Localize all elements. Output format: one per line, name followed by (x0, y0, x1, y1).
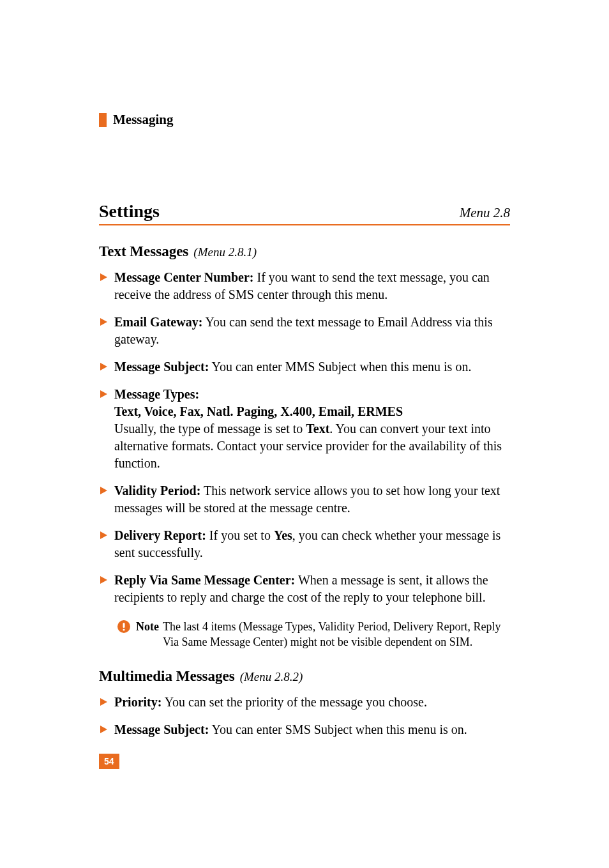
item-body: Priority: You can set the priority of th… (114, 694, 510, 711)
triangle-bullet-icon (100, 576, 108, 584)
list-item: Priority: You can set the priority of th… (100, 694, 510, 711)
chapter-title: Messaging (113, 112, 174, 128)
svg-marker-1 (100, 318, 107, 326)
item-text-pre: If you set to (206, 528, 274, 542)
list-item: Message Subject: You can enter MMS Subje… (100, 358, 510, 376)
triangle-bullet-icon (100, 390, 108, 398)
subsection-multimedia-messages: Multimedia Messages (Menu 2.8.2) Priorit… (99, 668, 510, 738)
bullet-list: Message Center Number: If you want to se… (100, 269, 510, 606)
triangle-bullet-icon (100, 363, 108, 370)
item-body: Message Center Number: If you want to se… (114, 269, 510, 303)
svg-marker-3 (100, 390, 107, 398)
bullet-list: Priority: You can set the priority of th… (100, 694, 510, 738)
item-label: Message Subject: (114, 722, 209, 736)
list-item: Message Types: Text, Voice, Fax, Natl. P… (100, 386, 510, 472)
list-item: Reply Via Same Message Center: When a me… (100, 572, 510, 606)
list-item: Validity Period: This network service al… (100, 482, 510, 517)
item-text: You can enter MMS Subject when this menu… (209, 360, 471, 374)
triangle-bullet-icon (100, 698, 108, 706)
note-box: Note The last 4 items (Message Types, Va… (117, 619, 510, 650)
item-label: Validity Period: (114, 483, 200, 498)
item-text-pre: Usually, the type of message is set to (114, 422, 306, 436)
list-item: Message Center Number: If you want to se… (100, 269, 510, 303)
triangle-bullet-icon (100, 726, 108, 733)
svg-marker-11 (100, 726, 107, 733)
item-body: Email Gateway: You can send the text mes… (114, 314, 510, 348)
item-body: Delivery Report: If you set to Yes, you … (114, 527, 510, 561)
subsection-header: Multimedia Messages (Menu 2.8.2) (99, 668, 510, 685)
svg-point-9 (123, 628, 124, 630)
list-item: Email Gateway: You can send the text mes… (100, 314, 510, 348)
section-header: Settings Menu 2.8 (99, 201, 510, 225)
chapter-header: Messaging (99, 112, 510, 128)
subsection-text-messages: Text Messages (Menu 2.8.1) Message Cente… (99, 243, 510, 650)
item-body: Message Subject: You can enter MMS Subje… (114, 358, 510, 376)
section-title: Settings (99, 201, 160, 222)
triangle-bullet-icon (100, 318, 108, 326)
list-item: Delivery Report: If you set to Yes, you … (100, 527, 510, 561)
svg-marker-5 (100, 531, 107, 539)
item-label: Message Types: (114, 387, 199, 401)
list-item: Message Subject: You can enter SMS Subje… (100, 721, 510, 738)
svg-marker-4 (100, 487, 107, 494)
alert-icon (117, 620, 131, 637)
item-label: Message Subject: (114, 360, 209, 374)
item-body: Message Types: Text, Voice, Fax, Natl. P… (114, 386, 510, 472)
svg-marker-10 (100, 698, 107, 706)
item-label: Message Center Number: (114, 270, 253, 284)
subsection-menu-ref: (Menu 2.8.2) (240, 670, 303, 684)
chapter-marker-icon (99, 113, 107, 127)
triangle-bullet-icon (100, 531, 108, 539)
page-number: 54 (99, 754, 119, 769)
item-label: Priority: (114, 695, 162, 709)
item-body: Validity Period: This network service al… (114, 482, 510, 517)
triangle-bullet-icon (100, 487, 108, 494)
svg-marker-6 (100, 576, 107, 584)
svg-marker-0 (100, 273, 107, 281)
item-label: Reply Via Same Message Center: (114, 573, 295, 587)
item-body: Reply Via Same Message Center: When a me… (114, 572, 510, 606)
note-text: The last 4 items (Message Types, Validit… (163, 619, 510, 650)
svg-marker-2 (100, 363, 107, 370)
subsection-title: Text Messages (99, 243, 188, 260)
item-text: You can enter SMS Subject when this menu… (209, 722, 467, 736)
subsection-title: Multimedia Messages (99, 668, 235, 685)
triangle-bullet-icon (100, 273, 108, 281)
item-label: Email Gateway: (114, 315, 202, 329)
item-text-bold: Yes (274, 528, 292, 542)
item-body: Message Subject: You can enter SMS Subje… (114, 721, 510, 738)
item-label: Delivery Report: (114, 528, 206, 542)
section-menu-ref: Menu 2.8 (460, 205, 510, 221)
manual-page: Messaging Settings Menu 2.8 Text Message… (0, 0, 609, 868)
note-label: Note (136, 619, 159, 634)
item-text-bold: Text (306, 422, 329, 436)
svg-rect-8 (123, 623, 125, 628)
subsection-menu-ref: (Menu 2.8.1) (193, 245, 257, 259)
item-subbold: Text, Voice, Fax, Natl. Paging, X.400, E… (114, 403, 510, 420)
subsection-header: Text Messages (Menu 2.8.1) (99, 243, 510, 260)
item-text: You can set the priority of the message … (162, 695, 426, 709)
